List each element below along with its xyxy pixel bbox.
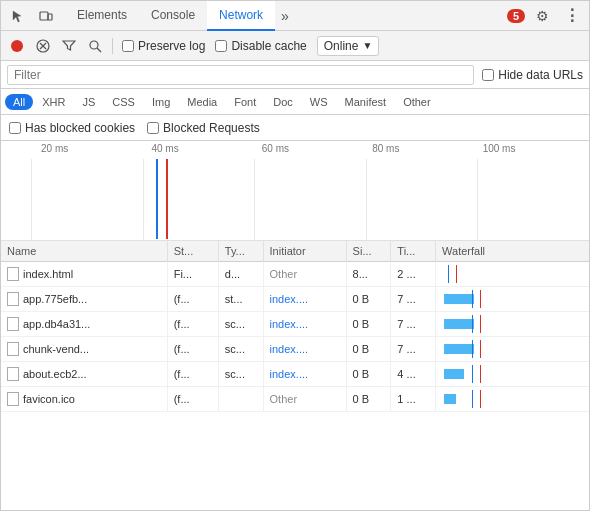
type-tab-font[interactable]: Font: [226, 94, 264, 110]
type-tab-ws[interactable]: WS: [302, 94, 336, 110]
col-header-status[interactable]: St...: [167, 241, 218, 262]
filter-button[interactable]: [57, 34, 81, 58]
blocked-cookies-text: Has blocked cookies: [25, 121, 135, 135]
type-tab-js[interactable]: JS: [74, 94, 103, 110]
cell-name: about.ecb2...: [1, 362, 167, 387]
cell-size: 0 B: [346, 312, 391, 337]
initiator-text: Other: [270, 393, 298, 405]
type-tab-doc[interactable]: Doc: [265, 94, 301, 110]
svg-point-5: [90, 41, 98, 49]
online-select[interactable]: Online ▼: [317, 36, 380, 56]
wf-bar-blue: [444, 344, 474, 354]
filter-icon: [62, 39, 76, 53]
preserve-log-input[interactable]: [122, 40, 134, 52]
network-table: Name St... Ty... Initiator Si... Ti...: [1, 241, 589, 412]
initiator-text: Other: [270, 268, 298, 280]
hide-data-urls-checkbox[interactable]: Hide data URLs: [482, 68, 583, 82]
table-row[interactable]: app.db4a31...(f...sc...index....0 B7 ...: [1, 312, 589, 337]
initiator-link[interactable]: index....: [270, 343, 309, 355]
cell-initiator[interactable]: index....: [263, 362, 346, 387]
file-name: index.html: [23, 268, 73, 280]
type-tab-css[interactable]: CSS: [104, 94, 143, 110]
type-tab-xhr[interactable]: XHR: [34, 94, 73, 110]
type-tab-manifest[interactable]: Manifest: [337, 94, 395, 110]
table-row[interactable]: app.775efb...(f...st...index....0 B7 ...: [1, 287, 589, 312]
type-tab-other[interactable]: Other: [395, 94, 439, 110]
type-tab-media[interactable]: Media: [179, 94, 225, 110]
tab-more[interactable]: »: [275, 4, 295, 28]
clear-button[interactable]: [31, 34, 55, 58]
table-row[interactable]: about.ecb2...(f...sc...index....0 B4 ...: [1, 362, 589, 387]
table-row[interactable]: chunk-vend...(f...sc...index....0 B7 ...: [1, 337, 589, 362]
cell-waterfall: [436, 362, 589, 387]
col-header-time[interactable]: Ti...: [391, 241, 436, 262]
col-header-name[interactable]: Name: [1, 241, 167, 262]
cell-status: (f...: [167, 362, 218, 387]
table-row[interactable]: index.htmlFi...d...Other8...2 ...: [1, 262, 589, 287]
svg-line-6: [97, 48, 101, 52]
cell-type: d...: [218, 262, 263, 287]
cell-initiator[interactable]: index....: [263, 312, 346, 337]
cell-name: chunk-vend...: [1, 337, 167, 362]
preserve-log-checkbox[interactable]: Preserve log: [118, 39, 209, 53]
wf-red-line: [480, 340, 481, 358]
cursor-icon[interactable]: [5, 3, 31, 29]
initiator-link[interactable]: index....: [270, 368, 309, 380]
cell-waterfall: [436, 262, 589, 287]
waterfall-bar: [442, 290, 562, 308]
col-header-size[interactable]: Si...: [346, 241, 391, 262]
gridline-1: [31, 159, 143, 240]
online-chevron-icon: ▼: [362, 40, 372, 51]
disable-cache-checkbox[interactable]: Disable cache: [211, 39, 310, 53]
cell-name: app.775efb...: [1, 287, 167, 312]
cell-time: 7 ...: [391, 287, 436, 312]
has-blocked-cookies-input[interactable]: [9, 122, 21, 134]
device-icon[interactable]: [33, 3, 59, 29]
type-tab-img[interactable]: Img: [144, 94, 178, 110]
svg-rect-0: [40, 12, 48, 20]
col-header-initiator[interactable]: Initiator: [263, 241, 346, 262]
blocked-requests-input[interactable]: [147, 122, 159, 134]
search-button[interactable]: [83, 34, 107, 58]
cell-type: st...: [218, 287, 263, 312]
settings-icon[interactable]: ⚙: [529, 3, 555, 29]
disable-cache-input[interactable]: [215, 40, 227, 52]
cell-time: 7 ...: [391, 337, 436, 362]
more-options-icon[interactable]: ⋮: [559, 3, 585, 29]
wf-red-line: [456, 265, 457, 283]
cell-status: (f...: [167, 387, 218, 412]
wf-blue-line: [472, 315, 473, 333]
wf-red-line: [480, 390, 481, 408]
blocked-requests-label[interactable]: Blocked Requests: [147, 121, 260, 135]
has-blocked-cookies-label[interactable]: Has blocked cookies: [9, 121, 135, 135]
timeline-labels: 20 ms 40 ms 60 ms 80 ms 100 ms: [1, 143, 589, 154]
tab-console[interactable]: Console: [139, 1, 207, 31]
cell-size: 8...: [346, 262, 391, 287]
timeline-label-0: 20 ms: [31, 143, 147, 154]
col-header-waterfall[interactable]: Waterfall: [436, 241, 589, 262]
cell-initiator[interactable]: index....: [263, 287, 346, 312]
timeline-label-1: 40 ms: [147, 143, 257, 154]
cell-type: [218, 387, 263, 412]
blocked-bar: Has blocked cookies Blocked Requests: [1, 115, 589, 141]
filter-input[interactable]: [7, 65, 474, 85]
wf-blue-line: [472, 365, 473, 383]
col-header-type[interactable]: Ty...: [218, 241, 263, 262]
record-button[interactable]: [5, 34, 29, 58]
tab-elements[interactable]: Elements: [65, 1, 139, 31]
cell-time: 7 ...: [391, 312, 436, 337]
initiator-link[interactable]: index....: [270, 293, 309, 305]
waterfall-bar: [442, 390, 562, 408]
tab-bar: Elements Console Network » 5 ⚙ ⋮: [1, 1, 589, 31]
error-badge[interactable]: 5: [507, 9, 525, 23]
cell-time: 2 ...: [391, 262, 436, 287]
table-row[interactable]: favicon.ico(f...Other0 B1 ...: [1, 387, 589, 412]
type-tab-all[interactable]: All: [5, 94, 33, 110]
cell-initiator[interactable]: index....: [263, 337, 346, 362]
hide-data-urls-input[interactable]: [482, 69, 494, 81]
cell-name: index.html: [1, 262, 167, 287]
cell-initiator: Other: [263, 262, 346, 287]
tab-network[interactable]: Network: [207, 1, 275, 31]
initiator-link[interactable]: index....: [270, 318, 309, 330]
cell-status: (f...: [167, 337, 218, 362]
